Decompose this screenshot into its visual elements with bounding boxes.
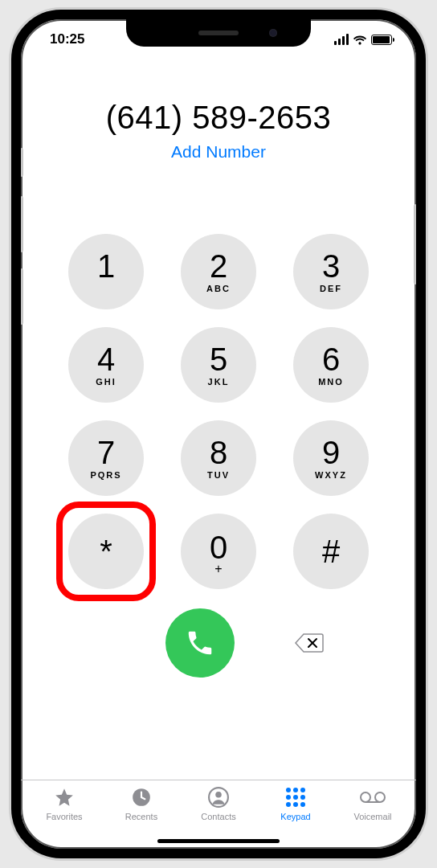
key-6[interactable]: 6 MNO: [293, 327, 369, 403]
svg-point-2: [215, 792, 222, 798]
key-1[interactable]: 1: [68, 234, 144, 309]
key-hash[interactable]: #: [293, 514, 369, 589]
tab-voicemail[interactable]: Voicemail: [334, 785, 411, 849]
key-5[interactable]: 5 JKL: [181, 327, 256, 403]
backspace-icon: [294, 633, 325, 653]
key-0[interactable]: 0 +: [181, 514, 256, 589]
keypad: 1 2 ABC 3 DEF 4 GHI 5 JKL 6 MNO: [21, 234, 416, 589]
key-8[interactable]: 8 TUV: [181, 420, 256, 496]
key-9[interactable]: 9 WXYZ: [293, 420, 369, 496]
voicemail-icon: [359, 785, 386, 809]
number-display: (641) 589-2653 Add Number: [21, 100, 416, 162]
wifi-icon: [353, 35, 367, 45]
clock-icon: [131, 785, 152, 809]
person-circle-icon: [208, 785, 229, 809]
phone-icon: [185, 628, 215, 658]
home-indicator[interactable]: [157, 839, 280, 843]
call-button[interactable]: [165, 608, 235, 678]
cellular-signal-icon: [334, 34, 349, 45]
tab-favorites[interactable]: Favorites: [26, 785, 103, 849]
device-notch: [126, 19, 311, 47]
battery-icon: [371, 35, 392, 45]
star-icon: [53, 785, 76, 809]
svg-point-4: [375, 792, 385, 802]
key-4[interactable]: 4 GHI: [68, 327, 144, 403]
key-3[interactable]: 3 DEF: [293, 234, 369, 309]
svg-point-3: [361, 792, 370, 802]
key-7[interactable]: 7 PQRS: [68, 420, 144, 496]
dialed-number: (641) 589-2653: [37, 100, 400, 136]
key-2[interactable]: 2 ABC: [181, 234, 256, 309]
add-number-button[interactable]: Add Number: [37, 142, 400, 162]
delete-button[interactable]: [272, 633, 347, 653]
status-time: 10:25: [39, 31, 84, 47]
keypad-icon: [286, 785, 305, 809]
key-star[interactable]: *: [68, 514, 144, 589]
phone-device-frame: 10:25 (641) 589-2653 Add Number 1 2 ABC: [11, 10, 426, 858]
